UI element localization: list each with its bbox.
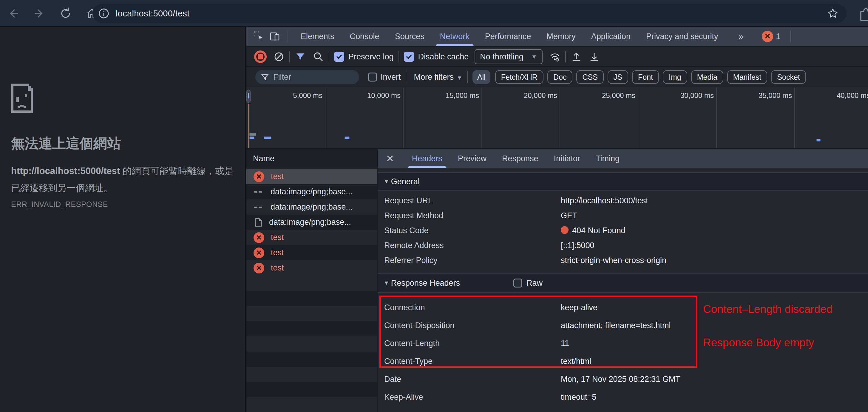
filter-type-css[interactable]: CSS — [576, 70, 603, 84]
timeline-request-bar — [344, 137, 349, 139]
error-title: 無法連上這個網站 — [11, 134, 121, 153]
filter-input[interactable]: Filter — [255, 70, 359, 84]
data-image-icon — [254, 207, 264, 208]
timeline-tick-10000: 10,000 ms — [335, 91, 401, 100]
tab-headers[interactable]: Headers — [404, 149, 450, 168]
tab-sources[interactable]: Sources — [387, 27, 432, 46]
filter-toggle-icon[interactable] — [295, 51, 306, 62]
annotation-response-body: Response Body empty — [703, 336, 814, 349]
sad-file-icon — [11, 84, 33, 113]
timeline-tick-40000: 40,000 ms — [804, 91, 868, 100]
error-code: ERR_INVALID_RESPONSE — [11, 200, 108, 209]
forward-icon[interactable] — [33, 7, 46, 20]
error-badge-count: 1 — [776, 32, 780, 41]
error-page: 無法連上這個網站 http://localhost:5000/test 的網頁可… — [0, 27, 244, 412]
collapse-triangle-icon: ▼ — [383, 178, 389, 185]
invert-label[interactable]: Invert — [381, 72, 401, 82]
raw-checkbox[interactable] — [513, 278, 522, 288]
filter-type-media[interactable]: Media — [691, 70, 723, 84]
timeline-window-handle[interactable] — [246, 90, 251, 103]
timeline-tick-35000: 35,000 ms — [726, 91, 792, 100]
filter-type-doc[interactable]: Doc — [547, 70, 572, 84]
request-row-test-2[interactable]: ✕ test — [246, 230, 377, 245]
timeline-request-bar — [249, 137, 254, 139]
extensions-icon[interactable] — [857, 6, 868, 21]
tab-network[interactable]: Network — [432, 27, 477, 46]
error-url: http://localhost:5000/test — [11, 166, 120, 176]
site-info-icon[interactable] — [98, 7, 110, 20]
filter-funnel-icon — [261, 73, 269, 81]
tab-privacy-security[interactable]: Privacy and security — [638, 27, 726, 46]
filter-type-fetch-xhr[interactable]: Fetch/XHR — [495, 70, 544, 84]
request-row-dataimage-2[interactable]: data:image/png;base... — [246, 200, 377, 215]
raw-label[interactable]: Raw — [526, 278, 542, 288]
response-headers-section-header[interactable]: ▼ Response Headers Raw — [378, 273, 868, 293]
search-icon[interactable] — [313, 51, 324, 62]
disable-cache-label[interactable]: Disable cache — [418, 52, 469, 61]
devtools-tabbar: Elements Console Sources Network Perform… — [246, 27, 868, 47]
disable-cache-checkbox[interactable] — [404, 52, 414, 62]
filter-type-all[interactable]: All — [472, 70, 490, 84]
clear-network-log-icon[interactable] — [273, 51, 285, 62]
header-row-request-method: Request Method GET — [378, 208, 868, 223]
request-row-dataimage-1[interactable]: data:image/png;base... — [246, 184, 377, 200]
console-error-badge[interactable]: ✕ 1 — [762, 31, 780, 42]
filter-type-socket[interactable]: Socket — [771, 70, 806, 84]
name-column-header[interactable]: Name — [246, 149, 377, 168]
filter-type-js[interactable]: JS — [608, 70, 628, 84]
more-filters-button[interactable]: More filters▼ — [414, 72, 462, 82]
tab-elements[interactable]: Elements — [293, 27, 342, 46]
close-detail-icon[interactable]: ✕ — [386, 153, 394, 164]
import-har-icon[interactable] — [570, 51, 582, 62]
request-row-test-4[interactable]: ✕ test — [246, 260, 377, 275]
tab-memory[interactable]: Memory — [539, 27, 583, 46]
tab-performance[interactable]: Performance — [477, 27, 539, 46]
invert-checkbox[interactable] — [368, 72, 377, 82]
url-bar[interactable]: localhost:5000/test — [92, 4, 846, 23]
load-event-line — [248, 104, 249, 148]
tab-preview[interactable]: Preview — [450, 149, 494, 168]
header-row-status-code: Status Code 404 Not Found — [378, 223, 868, 238]
bookmark-star-icon[interactable] — [827, 7, 839, 20]
network-conditions-icon[interactable] — [549, 51, 560, 62]
status-error-dot — [561, 226, 568, 234]
request-detail-pane: ✕ Headers Preview Response Initiator Tim… — [378, 149, 868, 412]
reload-icon[interactable] — [59, 7, 72, 20]
timeline-tick-20000: 20,000 ms — [492, 91, 557, 100]
request-row-test-3[interactable]: ✕ test — [246, 245, 377, 260]
device-toolbar-icon[interactable] — [269, 31, 280, 42]
request-error-icon: ✕ — [253, 171, 264, 182]
network-overview-timeline[interactable]: 5,000 ms 10,000 ms 15,000 ms 20,000 ms 2… — [246, 88, 868, 149]
tab-initiator[interactable]: Initiator — [546, 149, 588, 168]
request-error-icon: ✕ — [253, 263, 264, 273]
preserve-log-checkbox[interactable] — [334, 52, 344, 62]
throttling-caret-icon: ▼ — [531, 54, 537, 60]
throttling-select[interactable]: No throttling ▼ — [474, 49, 542, 64]
timeline-request-bar — [249, 133, 256, 136]
back-icon[interactable] — [6, 7, 20, 20]
tab-application[interactable]: Application — [583, 27, 638, 46]
tab-console[interactable]: Console — [342, 27, 387, 46]
url-text[interactable]: localhost:5000/test — [116, 9, 190, 19]
filter-type-img[interactable]: Img — [663, 70, 687, 84]
detail-tabbar: ✕ Headers Preview Response Initiator Tim… — [378, 149, 868, 168]
request-row-test-1[interactable]: ✕ test — [246, 169, 377, 184]
network-filter-bar: Filter Invert More filters▼ All Fetch/XH… — [246, 67, 868, 87]
timeline-request-bar — [264, 137, 272, 139]
export-har-icon[interactable] — [589, 51, 600, 62]
request-row-dataimage-3[interactable]: data:image/png;base... — [246, 215, 377, 230]
record-stop-button[interactable] — [254, 51, 267, 63]
screen: localhost:5000/test 無法 — [0, 0, 868, 412]
general-section-header[interactable]: ▼ General — [378, 172, 868, 191]
header-row-request-url: Request URL http://localhost:5000/test — [378, 193, 868, 208]
tab-timing[interactable]: Timing — [588, 149, 627, 168]
filter-type-font[interactable]: Font — [632, 70, 659, 84]
inspect-element-icon[interactable] — [253, 31, 264, 42]
timeline-tick-5000: 5,000 ms — [257, 91, 322, 100]
timeline-request-bar — [816, 139, 820, 142]
header-row-keep-alive: Keep-Alive timeout=5 — [378, 390, 868, 405]
tab-response[interactable]: Response — [494, 149, 546, 168]
preserve-log-label[interactable]: Preserve log — [348, 52, 394, 61]
more-tabs-icon[interactable]: » — [739, 31, 742, 41]
filter-type-manifest[interactable]: Manifest — [727, 70, 767, 84]
